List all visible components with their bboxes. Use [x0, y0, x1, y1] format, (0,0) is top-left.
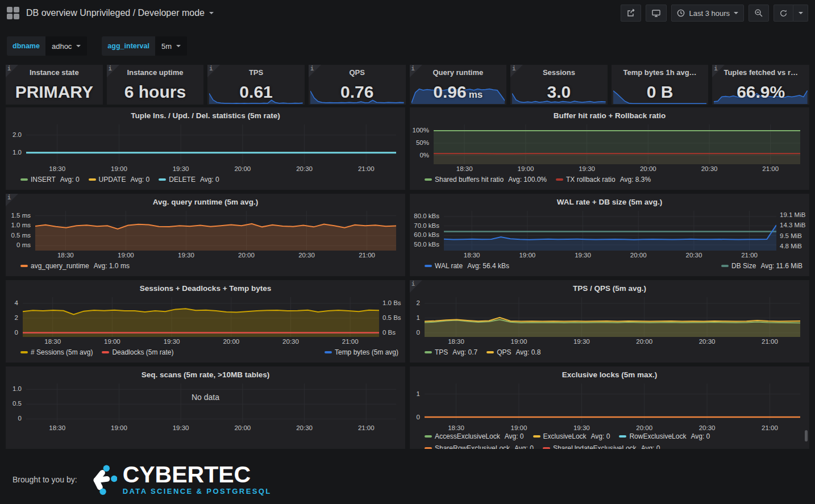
legend-scrollbar[interactable] — [805, 430, 808, 441]
legend-item-shared-buffers-hit-ratio[interactable]: Shared buffers hit ratioAvg: 100.0% — [425, 176, 547, 184]
chart-svg — [425, 384, 800, 423]
legend-label: TX rollback ratio — [566, 176, 616, 184]
chart-panel-buffer-rollback: Buffer hit ratio + Rollback ratio0%50%10… — [410, 107, 809, 190]
x-tick-label: 19:30 — [164, 424, 198, 431]
cybertec-logo-subtext: DATA SCIENCE & POSTGRESQL — [123, 487, 272, 495]
x-tick-label: 19:00 — [502, 424, 536, 431]
cybertec-logo-link[interactable]: CYBERTEC DATA SCIENCE & POSTGRESQL — [88, 464, 272, 495]
stat-panel-title[interactable]: Instance uptime — [107, 68, 204, 77]
legend-swatch — [20, 265, 28, 267]
x-tick-label: 20:30 — [677, 252, 711, 259]
legend-item-temp-bytes-5m-avg-[interactable]: Temp bytes (5m avg) — [325, 348, 398, 356]
info-icon: i — [714, 65, 717, 72]
legend-item-qps[interactable]: QPSAvg: 0.8 — [486, 348, 540, 356]
stat-panel-title[interactable]: TPS — [207, 68, 305, 77]
panel-title[interactable]: Sessions + Deadlocks + Temp bytes — [6, 280, 405, 293]
x-tick-label: 21:00 — [349, 165, 383, 172]
legend-label: RowExclusiveLock — [629, 432, 686, 440]
info-icon: i — [209, 65, 213, 72]
panel-title[interactable]: Exclusive locks (5m max.) — [410, 366, 809, 379]
panel-title[interactable]: TPS / QPS (5m avg.) — [410, 280, 809, 293]
info-corner-icon[interactable]: i — [107, 65, 119, 77]
info-corner-icon[interactable]: i — [410, 280, 422, 293]
tv-mode-button[interactable] — [646, 5, 667, 22]
y-tick-label: 100% — [410, 127, 429, 134]
info-icon: i — [512, 65, 515, 72]
y-tick-label: 1.5 ms — [6, 212, 31, 219]
legend-avg: Avg: 0 — [60, 176, 80, 184]
cybertec-logo-text: CYBERTEC — [123, 464, 272, 486]
navbar: DB overview Unprivileged / Developer mod… — [0, 0, 815, 26]
chart-panel-seq-scans: Seq. scans (5m rate, >10MB tables)00.51.… — [6, 366, 405, 449]
legend-label: Deadlocks (5m rate) — [112, 348, 173, 356]
x-tick-label: 20:30 — [690, 424, 724, 431]
y-tick-label-right: 19.1 MiB — [780, 211, 809, 218]
y-tick-label-right: 0.5 Bs — [382, 314, 405, 321]
legend-swatch — [543, 447, 550, 449]
legend-item-accessexclusivelock[interactable]: AccessExclusiveLockAvg: 0 — [425, 432, 524, 440]
panel-title[interactable]: Seq. scans (5m rate, >10MB tables) — [6, 366, 405, 379]
chevron-down-icon — [734, 12, 738, 14]
variable-dbname[interactable]: dbname adhoc — [7, 36, 87, 56]
variable-agg-interval[interactable]: agg_interval 5m — [102, 36, 187, 56]
legend-avg: Avg: 0 — [514, 444, 534, 449]
info-corner-icon[interactable]: i — [207, 65, 220, 77]
panel-title[interactable]: Buffer hit ratio + Rollback ratio — [410, 107, 809, 120]
stat-value: 3.0 — [510, 80, 608, 105]
time-range-picker[interactable]: Last 3 hours — [671, 5, 744, 22]
info-corner-icon[interactable]: i — [6, 194, 18, 206]
legend: TPSAvg: 0.7QPSAvg: 0.8 — [425, 348, 802, 356]
panel-title[interactable]: WAL rate + DB size (5m avg.) — [410, 194, 809, 206]
info-corner-icon[interactable]: i — [309, 65, 321, 77]
share-button[interactable] — [621, 5, 641, 22]
panel-title[interactable]: Tuple Ins. / Upd. / Del. statistics (5m … — [6, 107, 405, 120]
refresh-interval-dropdown[interactable] — [793, 5, 808, 22]
grafana-apps-icon[interactable] — [7, 7, 19, 19]
x-tick-label: 20:00 — [627, 338, 662, 345]
legend-item-avg-query-runtime[interactable]: avg_query_runtimeAvg: 1.0 ms — [20, 262, 130, 270]
legend-label: AccessExclusiveLock — [435, 432, 500, 440]
legend: # Sessions (5m avg)Deadlocks (5m rate)Te… — [20, 348, 398, 356]
legend-item-wal-rate[interactable]: WAL rateAvg: 56.4 kBs — [425, 262, 509, 270]
legend-label: # Sessions (5m avg) — [31, 348, 93, 356]
legend-item-db-size[interactable]: DB SizeAvg: 11.6 MiB — [721, 262, 802, 270]
legend-swatch — [486, 351, 494, 353]
info-corner-icon[interactable]: i — [712, 65, 725, 77]
legend-item-deadlocks-5m-rate-[interactable]: Deadlocks (5m rate) — [102, 348, 173, 356]
stat-panel-title[interactable]: Temp bytes 1h avg… — [612, 68, 709, 77]
legend-item-tx-rollback-ratio[interactable]: TX rollback ratioAvg: 8.3% — [556, 176, 651, 184]
variable-value: adhoc — [52, 42, 72, 51]
zoom-out-button[interactable] — [749, 5, 769, 22]
y-tick-label: 0 ms — [6, 241, 31, 248]
dashboard-title-dropdown[interactable]: DB overview Unprivileged / Developer mod… — [26, 8, 214, 18]
legend-item-sharerowexclusivelock[interactable]: ShareRowExclusiveLockAvg: 0 — [425, 444, 534, 449]
stat-panel-title[interactable]: Query runtime — [410, 68, 507, 77]
info-corner-icon[interactable]: i — [6, 65, 18, 77]
legend-item-update[interactable]: UPDATEAvg: 0 — [89, 176, 150, 184]
legend-item-shareupdateexclusivelock[interactable]: ShareUpdateExclusiveLockAvg: 0 — [543, 444, 660, 449]
legend-swatch — [425, 351, 432, 353]
y-tick-label: 1 — [410, 314, 420, 321]
stat-panel-tps: iTPS0.61 — [207, 65, 305, 105]
no-data-text: No data — [6, 393, 405, 402]
legend-item-exclusivelock[interactable]: ExclusiveLockAvg: 0 — [533, 432, 610, 440]
info-corner-icon[interactable]: i — [410, 65, 422, 77]
stat-panel-title[interactable]: Tuples fetched vs r… — [712, 68, 809, 77]
legend-label: WAL rate — [435, 262, 463, 270]
legend-item-rowexclusivelock[interactable]: RowExclusiveLockAvg: 0 — [619, 432, 710, 440]
legend-item-tps[interactable]: TPSAvg: 0.7 — [425, 348, 477, 356]
stat-panel-title[interactable]: Instance state — [6, 68, 103, 77]
x-tick-label: 21:00 — [752, 338, 787, 345]
refresh-button[interactable] — [774, 5, 793, 22]
panel-title[interactable]: Avg. query runtime (5m avg.) — [6, 194, 405, 206]
info-corner-icon[interactable]: i — [510, 65, 523, 77]
stat-panel-instance-state: iInstance statePRIMARY — [6, 65, 103, 105]
legend-item--sessions-5m-avg-[interactable]: # Sessions (5m avg) — [20, 348, 93, 356]
page-title: DB overview Unprivileged / Developer mod… — [26, 8, 205, 18]
stat-panel-tuples-fetched: iTuples fetched vs r…66.9% — [712, 65, 809, 105]
stat-panel-title[interactable]: QPS — [309, 68, 406, 77]
x-tick-label: 19:30 — [564, 338, 598, 345]
legend-item-delete[interactable]: DELETEAvg: 0 — [159, 176, 219, 184]
legend-item-insert[interactable]: INSERTAvg: 0 — [20, 176, 80, 184]
stat-panel-title[interactable]: Sessions — [510, 68, 608, 77]
